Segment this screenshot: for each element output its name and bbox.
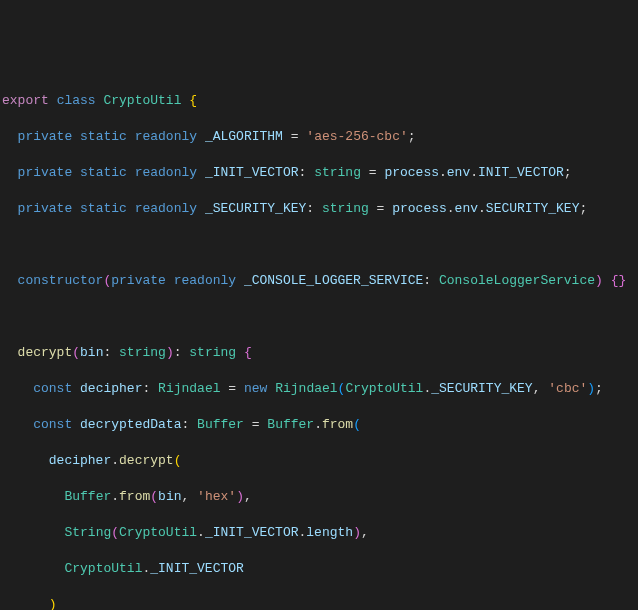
brace-open: { — [189, 93, 197, 108]
keyword-export: export — [2, 93, 49, 108]
code-editor[interactable]: export class CryptoUtil { private static… — [0, 74, 638, 610]
keyword-class: class — [57, 93, 96, 108]
code-line: private static readonly _SECURITY_KEY: s… — [0, 200, 638, 218]
class-name: CryptoUtil — [103, 93, 181, 108]
code-line: constructor(private readonly _CONSOLE_LO… — [0, 272, 638, 290]
code-line: private static readonly _ALGORITHM = 'ae… — [0, 128, 638, 146]
code-line: export class CryptoUtil { — [0, 92, 638, 110]
string-literal: 'aes-256-cbc' — [306, 129, 407, 144]
blank-line — [0, 236, 638, 254]
code-line: const decryptedData: Buffer = Buffer.fro… — [0, 416, 638, 434]
code-line: String(CryptoUtil._INIT_VECTOR.length), — [0, 524, 638, 542]
code-line: CryptoUtil._INIT_VECTOR — [0, 560, 638, 578]
field-security-key: _SECURITY_KEY — [205, 201, 306, 216]
method-decrypt: decrypt — [18, 345, 73, 360]
field-init-vector: _INIT_VECTOR — [205, 165, 299, 180]
code-line: ) — [0, 596, 638, 610]
blank-line — [0, 308, 638, 326]
field-algorithm: _ALGORITHM — [205, 129, 283, 144]
code-line: Buffer.from(bin, 'hex'), — [0, 488, 638, 506]
code-line: decrypt(bin: string): string { — [0, 344, 638, 362]
code-line: decipher.decrypt( — [0, 452, 638, 470]
field-console-logger: _CONSOLE_LOGGER_SERVICE — [244, 273, 423, 288]
keyword-constructor: constructor — [18, 273, 104, 288]
code-line: const decipher: Rijndael = new Rijndael(… — [0, 380, 638, 398]
code-line: private static readonly _INIT_VECTOR: st… — [0, 164, 638, 182]
